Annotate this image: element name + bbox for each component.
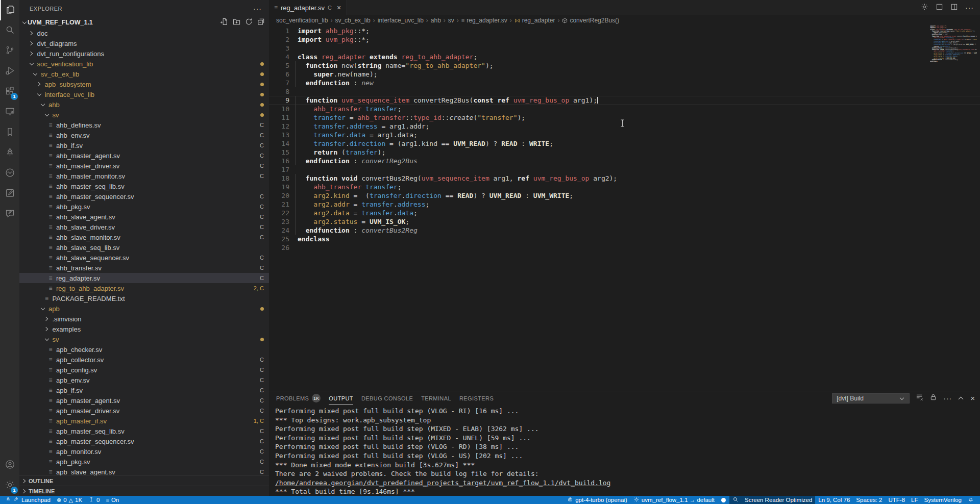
tab-reg-adapter[interactable]: ≡ reg_adapter.sv C × bbox=[269, 0, 347, 15]
search-activity-button[interactable] bbox=[0, 20, 19, 41]
tree-item[interactable]: soc_verification_lib bbox=[19, 59, 269, 69]
account-button[interactable] bbox=[0, 455, 19, 475]
timeline-section-header[interactable]: TIMELINE bbox=[19, 486, 269, 496]
code-line[interactable]: 26 bbox=[269, 243, 980, 252]
tree-item[interactable]: ≡apb_slave_agent.svC bbox=[19, 467, 269, 475]
settings-button[interactable]: 1 bbox=[0, 475, 19, 496]
minimap[interactable]: import ahb_pkg::*;import uvm_pkg::*;clas… bbox=[930, 26, 977, 82]
status-search-mode[interactable] bbox=[729, 496, 742, 504]
code-line[interactable]: 24 endfunction : convertBus2Reg bbox=[269, 226, 980, 235]
breadcrumb-item[interactable]: interface_uvc_lib bbox=[378, 17, 424, 24]
tree-item[interactable]: ≡apb_pkg.svC bbox=[19, 457, 269, 467]
status-problems[interactable]: ⊗ 0 △ 1K bbox=[54, 496, 85, 504]
breadcrumb-item[interactable]: soc_verification_lib bbox=[276, 17, 328, 24]
code-line[interactable]: 19 ahb_transfer transfer; bbox=[269, 183, 980, 191]
tree-item[interactable]: ≡apb_env.svC bbox=[19, 375, 269, 385]
breadcrumb-item[interactable]: ahb bbox=[431, 17, 441, 24]
panel-tab-debug-console[interactable]: DEBUG CONSOLE bbox=[361, 391, 413, 405]
tree-item[interactable]: apb bbox=[19, 304, 269, 314]
tree-item[interactable]: ≡ahb_slave_agent.svC bbox=[19, 212, 269, 222]
comment-feedback-activity-button[interactable] bbox=[0, 204, 19, 224]
code-line[interactable]: 8 bbox=[269, 87, 980, 96]
code-line[interactable]: 5 function new(string name="reg_to_ahb_a… bbox=[269, 61, 980, 70]
extensions-activity-button[interactable]: 1 bbox=[0, 82, 19, 102]
tree-item[interactable]: ≡ahb_slave_driver.svC bbox=[19, 222, 269, 232]
status-model[interactable]: gpt-4-turbo (openai) bbox=[564, 496, 630, 504]
tree-item[interactable]: ≡ahb_pkg.svC bbox=[19, 201, 269, 212]
new-file-button[interactable] bbox=[220, 18, 228, 27]
status-project-config[interactable]: uvm_ref_flow_1.1 → default bbox=[630, 496, 718, 504]
editor-layout-button[interactable] bbox=[936, 3, 943, 13]
status-cursor-position[interactable]: Ln 9, Col 76 bbox=[815, 496, 853, 504]
code-line[interactable]: 15 return (transfer); bbox=[269, 148, 980, 157]
tree-item[interactable]: ≡ahb_slave_monitor.svC bbox=[19, 232, 269, 242]
tree-item[interactable]: ≡apb_monitor.svC bbox=[19, 446, 269, 457]
tree-item[interactable]: ≡PACKAGE_README.txt bbox=[19, 293, 269, 304]
code-line[interactable]: 3 bbox=[269, 44, 980, 53]
tree-item[interactable]: sv bbox=[19, 110, 269, 120]
explorer-more-actions-button[interactable]: ··· bbox=[253, 5, 262, 13]
close-panel-button[interactable]: × bbox=[970, 394, 975, 402]
code-line[interactable]: 23 arg2.status = UVM_IS_OK; bbox=[269, 217, 980, 226]
maximize-panel-button[interactable] bbox=[958, 395, 964, 401]
status-language-mode[interactable]: SystemVerilog bbox=[921, 496, 965, 504]
status-eol[interactable]: LF bbox=[908, 496, 921, 504]
explorer-activity-button[interactable] bbox=[0, 0, 19, 20]
tree-item[interactable]: ≡ahb_master_monitor.svC bbox=[19, 171, 269, 181]
output-channel-dropdown[interactable]: [dvt] Build bbox=[832, 393, 910, 404]
lock-scrolling-button[interactable] bbox=[929, 393, 937, 403]
outline-section-header[interactable]: OUTLINE bbox=[19, 475, 269, 486]
tree-item[interactable]: ≡ahb_env.svC bbox=[19, 130, 269, 140]
editor-settings-gear-button[interactable] bbox=[921, 3, 928, 13]
status-notifications[interactable] bbox=[965, 496, 977, 504]
tree-item[interactable]: ≡reg_to_ahb_adapter.sv2, C bbox=[19, 283, 269, 293]
code-line[interactable]: 20 arg2.kind = (transfer.direction == RE… bbox=[269, 191, 980, 200]
tree-item[interactable]: ≡ahb_if.svC bbox=[19, 140, 269, 150]
tree-item[interactable]: ≡ahb_slave_seq_lib.sv bbox=[19, 242, 269, 253]
status-waived-problems[interactable]: 0 bbox=[85, 496, 103, 504]
tree-item[interactable]: ≡apb_master_if.sv1, C bbox=[19, 416, 269, 426]
panel-tab-problems[interactable]: PROBLEMS1K bbox=[276, 391, 321, 405]
close-tab-button[interactable]: × bbox=[337, 4, 341, 12]
code-line[interactable]: 7 endfunction : new bbox=[269, 79, 980, 87]
status-screen-reader[interactable]: Screen Reader Optimized bbox=[742, 496, 815, 504]
tree-item[interactable]: doc bbox=[19, 28, 269, 38]
split-editor-button[interactable] bbox=[950, 3, 958, 13]
new-folder-button[interactable] bbox=[233, 18, 240, 27]
code-editor[interactable]: 1import ahb_pkg::*;2import uvm_pkg::*;34… bbox=[269, 26, 980, 391]
remote-explorer-activity-button[interactable] bbox=[0, 102, 19, 122]
code-line[interactable]: 10 ahb_transfer transfer; bbox=[269, 105, 980, 113]
status-filter-toggle[interactable]: ≡ On bbox=[103, 496, 122, 504]
tree-item[interactable]: .simvision bbox=[19, 314, 269, 324]
tree-item[interactable]: ≡ahb_master_seq_lib.sv bbox=[19, 181, 269, 191]
panel-tab-terminal[interactable]: TERMINAL bbox=[421, 391, 451, 405]
editor-more-actions-button[interactable]: ··· bbox=[965, 4, 974, 12]
tree-item[interactable]: dvt_diagrams bbox=[19, 38, 269, 48]
workspace-root-row[interactable]: UVM_REF_FLOW_1.1 bbox=[19, 17, 269, 28]
code-line[interactable]: 17 bbox=[269, 165, 980, 174]
tree-item[interactable]: dvt_run_configurations bbox=[19, 48, 269, 59]
code-line[interactable]: 13 transfer.data = arg1.data; bbox=[269, 131, 980, 139]
panel-tab-output[interactable]: OUTPUT bbox=[329, 391, 353, 405]
code-line[interactable]: 25endclass bbox=[269, 235, 980, 243]
tree-item[interactable]: examples bbox=[19, 324, 269, 334]
tree-item[interactable]: ≡apb_collector.svC bbox=[19, 355, 269, 365]
breadcrumb-item[interactable]: sv_cb_ex_lib bbox=[335, 17, 370, 24]
tree-item[interactable]: ≡ahb_defines.svC bbox=[19, 120, 269, 130]
breadcrumb-item[interactable]: reg_adapter bbox=[514, 17, 555, 24]
code-line[interactable]: 2import uvm_pkg::*; bbox=[269, 35, 980, 44]
edit-note-activity-button[interactable] bbox=[0, 184, 19, 204]
tree-item[interactable]: ≡reg_adapter.svC bbox=[19, 273, 269, 283]
run-debug-activity-button[interactable] bbox=[0, 61, 19, 82]
tree-item[interactable]: ≡ahb_master_driver.svC bbox=[19, 161, 269, 171]
code-line[interactable]: 21 arg2.addr = transfer.address; bbox=[269, 200, 980, 209]
code-line[interactable]: 18 function void convertBus2Reg(uvm_sequ… bbox=[269, 174, 980, 183]
status-encoding[interactable]: UTF-8 bbox=[885, 496, 908, 504]
source-control-activity-button[interactable] bbox=[0, 41, 19, 61]
tree-item[interactable]: ≡ahb_master_sequencer.svC bbox=[19, 191, 269, 201]
tree-item[interactable]: ≡apb_master_agent.svC bbox=[19, 395, 269, 406]
tree-item[interactable]: sv_cb_ex_lib bbox=[19, 69, 269, 79]
panel-tab-registers[interactable]: REGISTERS bbox=[459, 391, 494, 405]
tree-item[interactable]: interface_uvc_lib bbox=[19, 89, 269, 99]
breadcrumb-item[interactable]: sv bbox=[448, 17, 454, 24]
